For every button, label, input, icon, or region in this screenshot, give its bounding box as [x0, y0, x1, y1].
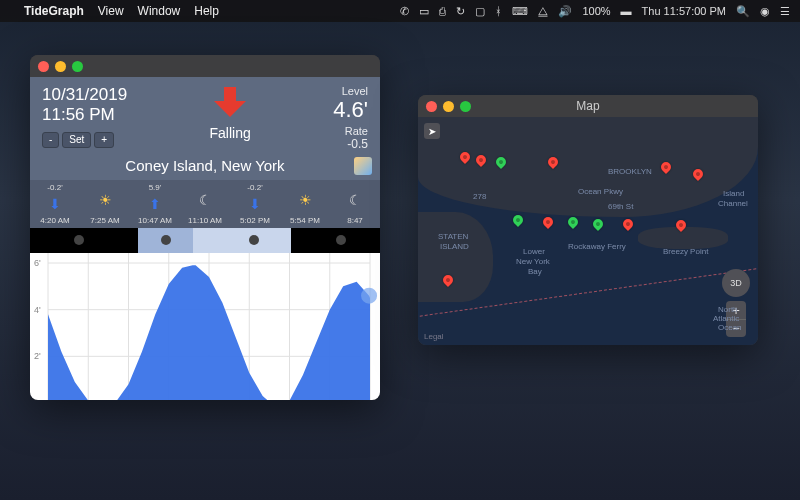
- map-label: 69th St: [608, 202, 633, 211]
- tidegraph-window: 10/31/2019 11:56 PM - Set + Falling Leve…: [30, 55, 380, 400]
- zoom-button[interactable]: [72, 61, 83, 72]
- map-label: Atlantic: [713, 314, 739, 323]
- battery-icon[interactable]: ▬: [621, 5, 632, 17]
- siri-icon[interactable]: ◉: [760, 5, 770, 18]
- tide-chart[interactable]: 0'2'4'6' 12am3am6am9am12pm3pm6pm9pm12am: [30, 228, 380, 400]
- app-name[interactable]: TideGraph: [24, 4, 84, 18]
- printer-icon[interactable]: ⎙: [439, 5, 446, 17]
- map-label: Breezy Point: [663, 247, 708, 256]
- rate-label: Rate: [333, 125, 368, 137]
- daylight-bar: [30, 228, 380, 253]
- map-pin[interactable]: [566, 215, 580, 229]
- map-canvas[interactable]: ➤ 3D + − Legal BROOKLYNSTATENISLANDBreez…: [418, 117, 758, 345]
- spotlight-icon[interactable]: 🔍: [736, 5, 750, 18]
- map-label: STATEN: [438, 232, 468, 241]
- close-button[interactable]: [426, 101, 437, 112]
- telegram-icon[interactable]: ✆: [400, 5, 409, 18]
- rate-value: -0.5: [333, 137, 368, 151]
- map-legal-link[interactable]: Legal: [424, 332, 444, 341]
- battery-percent[interactable]: 100%: [582, 5, 610, 17]
- svg-text:4': 4': [34, 305, 41, 315]
- minimize-button[interactable]: [55, 61, 66, 72]
- map-label: Channel: [718, 199, 748, 208]
- display-icon[interactable]: ▭: [419, 5, 429, 18]
- locate-button[interactable]: ➤: [424, 123, 440, 139]
- menu-help[interactable]: Help: [194, 4, 219, 18]
- map-label: North: [718, 305, 738, 314]
- svg-text:6': 6': [34, 258, 41, 268]
- compass-3d-button[interactable]: 3D: [722, 269, 750, 297]
- location-name: Coney Island, New York: [125, 157, 284, 174]
- volume-icon[interactable]: 🔊: [558, 5, 572, 18]
- airplay-icon[interactable]: ▢: [475, 5, 485, 18]
- tide-event[interactable]: ☾11:10 AM: [180, 180, 230, 228]
- map-pin[interactable]: [541, 215, 555, 229]
- tide-event[interactable]: 5.9'⬆10:47 AM: [130, 180, 180, 228]
- clock[interactable]: Thu 11:57:00 PM: [642, 5, 726, 17]
- time: 11:56 PM: [42, 105, 127, 125]
- minimize-button[interactable]: [443, 101, 454, 112]
- menu-view[interactable]: View: [98, 4, 124, 18]
- svg-point-18: [365, 292, 373, 300]
- tide-events-strip[interactable]: -0.2'⬇4:20 AM☀7:25 AM5.9'⬆10:47 AM☾11:10…: [30, 180, 380, 228]
- date-set-button[interactable]: Set: [62, 132, 91, 148]
- close-button[interactable]: [38, 61, 49, 72]
- map-label: Rockaway Ferry: [568, 242, 626, 251]
- svg-text:0': 0': [34, 398, 41, 400]
- map-label: Ocean: [718, 323, 742, 332]
- date-plus-button[interactable]: +: [94, 132, 114, 148]
- svg-marker-0: [214, 87, 246, 117]
- tide-event[interactable]: ☀7:25 AM: [80, 180, 130, 228]
- map-label: Island: [723, 189, 744, 198]
- map-label: 278: [473, 192, 486, 201]
- map-pin[interactable]: [591, 217, 605, 231]
- date: 10/31/2019: [42, 85, 127, 105]
- tide-event[interactable]: ☀5:54 PM: [280, 180, 330, 228]
- map-pin[interactable]: [621, 217, 635, 231]
- map-label: Lower: [523, 247, 545, 256]
- tide-status: Falling: [127, 125, 333, 141]
- tide-event[interactable]: ☾8:47: [330, 180, 380, 228]
- menu-window[interactable]: Window: [138, 4, 181, 18]
- map-label: Bay: [528, 267, 542, 276]
- zoom-button[interactable]: [460, 101, 471, 112]
- bluetooth-icon[interactable]: ᚼ: [495, 5, 502, 17]
- timemachine-icon[interactable]: ↻: [456, 5, 465, 18]
- tide-event[interactable]: -0.2'⬇4:20 AM: [30, 180, 80, 228]
- date-minus-button[interactable]: -: [42, 132, 59, 148]
- wifi-icon[interactable]: ⧋: [538, 5, 548, 18]
- map-window: Map ➤ 3D + − Legal BROOKLYNSTATENISLANDB…: [418, 95, 758, 345]
- level-label: Level: [333, 85, 368, 97]
- tide-event[interactable]: -0.2'⬇5:02 PM: [230, 180, 280, 228]
- map-label: Ocean Pkwy: [578, 187, 623, 196]
- map-label: ISLAND: [440, 242, 469, 251]
- keyboard-icon[interactable]: ⌨: [512, 5, 528, 18]
- map-pin[interactable]: [511, 213, 525, 227]
- location-map-icon[interactable]: [354, 157, 372, 175]
- map-label: New York: [516, 257, 550, 266]
- svg-text:2': 2': [34, 351, 41, 361]
- map-label: BROOKLYN: [608, 167, 652, 176]
- level-value: 4.6': [333, 97, 368, 123]
- falling-arrow-icon: [210, 85, 250, 119]
- notification-center-icon[interactable]: ☰: [780, 5, 790, 18]
